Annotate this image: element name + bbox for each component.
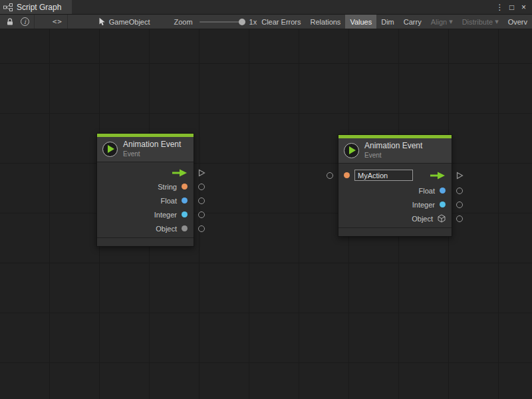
zoom-value: 1x — [249, 18, 257, 26]
node-footer — [338, 227, 452, 236]
type-dot-integer — [182, 211, 188, 217]
flow-output-port[interactable] — [198, 169, 205, 177]
output-row-float: Float — [338, 184, 452, 198]
output-label: Float — [419, 187, 435, 195]
type-dot-float — [440, 188, 446, 194]
object-output-port[interactable] — [456, 215, 463, 222]
output-row-string: String — [97, 180, 194, 194]
zoom-label: Zoom — [174, 18, 193, 26]
name-input-port[interactable] — [327, 172, 333, 179]
node-subtitle: Event — [364, 152, 422, 159]
clear-errors-button[interactable]: Clear Errors — [257, 15, 305, 29]
node-footer — [97, 237, 194, 246]
cube-icon — [438, 214, 446, 223]
integer-output-port[interactable] — [456, 201, 463, 208]
lock-icon — [6, 18, 14, 26]
integer-output-port[interactable] — [198, 211, 205, 218]
gameobject-label: GameObject — [109, 18, 150, 26]
event-name-field[interactable] — [354, 170, 413, 181]
window-controls: ⋮ □ × — [495, 0, 532, 14]
node-title: Animation Event — [364, 142, 422, 150]
toolbar-separator — [34, 15, 35, 29]
code-view-button[interactable]: <> — [49, 15, 66, 29]
toolbar-buttons: Clear Errors Relations Values Dim Carry … — [257, 15, 532, 29]
output-row-object: Object — [338, 211, 452, 225]
flow-arrow-icon — [172, 169, 188, 177]
output-label: Object — [412, 215, 433, 223]
node-animation-event-1[interactable]: Animation Event Event Strin — [96, 133, 194, 247]
name-input-row — [338, 167, 452, 184]
window-close-icon[interactable]: × — [519, 1, 529, 14]
zoom-slider-handle[interactable] — [239, 19, 245, 25]
output-label: Float — [161, 197, 177, 205]
type-dot-string — [344, 172, 350, 178]
flow-output-port[interactable] — [456, 172, 464, 180]
script-graph-icon — [3, 3, 13, 11]
flow-arrow-icon — [430, 172, 446, 180]
string-output-port[interactable] — [198, 184, 205, 190]
node-header[interactable]: Animation Event Event — [338, 138, 452, 164]
output-row-integer: Integer — [338, 198, 452, 211]
gameobject-selector[interactable]: GameObject — [98, 17, 150, 26]
cursor-icon — [98, 17, 106, 26]
event-play-icon — [344, 143, 359, 158]
flow-output-row — [97, 166, 194, 180]
code-icon: <> — [53, 17, 63, 26]
object-output-port[interactable] — [198, 225, 205, 232]
tab-title: Script Graph — [17, 3, 61, 12]
align-label: Align — [431, 18, 447, 26]
dim-button[interactable]: Dim — [376, 15, 399, 29]
output-label: Integer — [154, 211, 177, 219]
tab-script-graph[interactable]: Script Graph — [0, 0, 72, 14]
node-animation-event-2[interactable]: Animation Event Event — [338, 134, 452, 237]
output-row-object: Object — [97, 221, 194, 235]
type-dot-integer — [440, 201, 446, 207]
info-icon: i — [21, 17, 29, 26]
graph-toolbar: i <> GameObject Zoom 1x Clear Errors Rel… — [0, 15, 532, 29]
event-play-icon — [102, 142, 118, 157]
node-subtitle: Event — [123, 150, 181, 158]
distribute-label: Distribute — [462, 18, 493, 26]
distribute-button[interactable]: Distribute ▾ — [458, 15, 503, 29]
values-button[interactable]: Values — [345, 15, 376, 29]
float-output-port[interactable] — [198, 198, 205, 204]
output-label: Object — [156, 225, 177, 233]
window-menu-icon[interactable]: ⋮ — [495, 1, 505, 14]
graph-canvas[interactable]: Animation Event Event Strin — [0, 29, 532, 399]
relations-button[interactable]: Relations — [306, 15, 346, 29]
node-body: Float Integer Object — [338, 164, 452, 227]
type-dot-object — [182, 225, 188, 231]
chevron-down-icon: ▾ — [495, 17, 499, 26]
chevron-down-icon: ▾ — [449, 17, 453, 26]
type-dot-float — [182, 198, 188, 203]
float-output-port[interactable] — [456, 188, 463, 194]
lock-button[interactable] — [3, 15, 17, 29]
toolbar-separator — [67, 15, 68, 29]
window-titlebar: Script Graph ⋮ □ × — [0, 0, 532, 15]
output-label: Integer — [412, 201, 435, 209]
overview-button[interactable]: Overv — [503, 15, 532, 29]
type-dot-string — [182, 184, 188, 190]
output-label: String — [158, 183, 177, 191]
info-button[interactable]: i — [17, 15, 33, 29]
titlebar-spacer — [72, 0, 495, 14]
zoom-slider[interactable] — [200, 17, 245, 27]
node-body: String Float Integer Object — [97, 162, 194, 237]
align-button[interactable]: Align ▾ — [426, 15, 458, 29]
output-row-integer: Integer — [97, 207, 194, 221]
node-title: Animation Event — [123, 140, 181, 149]
node-header[interactable]: Animation Event Event — [97, 137, 194, 162]
carry-button[interactable]: Carry — [399, 15, 426, 29]
output-row-float: Float — [97, 194, 194, 207]
window-maximize-icon[interactable]: □ — [507, 1, 517, 14]
